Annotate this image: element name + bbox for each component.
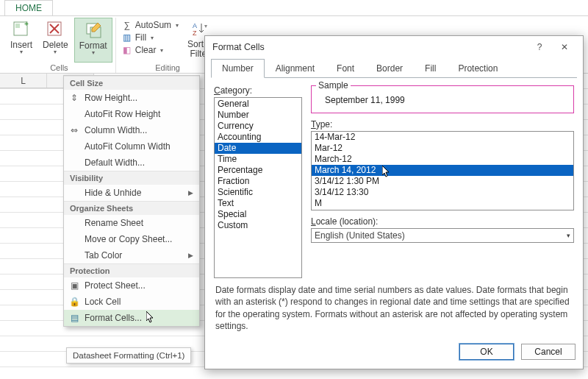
- list-item[interactable]: Special: [215, 209, 301, 220]
- format-button[interactable]: Format ▾: [74, 18, 112, 63]
- insert-cells-icon: +: [11, 19, 32, 40]
- eraser-icon: ◧: [122, 45, 132, 55]
- list-item[interactable]: Currency: [215, 121, 301, 132]
- locale-select[interactable]: English (United States) ▾: [311, 228, 574, 243]
- sample-label: Sample: [316, 80, 351, 91]
- format-cells-icon: ▤: [68, 313, 80, 323]
- list-item[interactable]: Mar-12: [312, 143, 573, 154]
- list-item[interactable]: Text: [215, 198, 301, 209]
- menu-default-width[interactable]: Default Width...: [64, 155, 199, 171]
- close-button[interactable]: ✕: [552, 38, 577, 56]
- menu-lock-cell[interactable]: 🔒 Lock Cell: [64, 294, 199, 310]
- clear-button[interactable]: ◧ Clear ▾: [119, 44, 182, 56]
- tab-home[interactable]: HOME: [4, 0, 53, 15]
- type-label: Type:: [311, 119, 574, 130]
- list-item[interactable]: 14-Mar-12: [312, 132, 573, 143]
- fill-button[interactable]: ▥ Fill ▾: [119, 32, 182, 43]
- chevron-down-icon: ▾: [20, 50, 23, 54]
- sample-value: September 11, 1999: [319, 91, 566, 105]
- list-item[interactable]: General: [215, 99, 301, 110]
- type-list[interactable]: 14-Mar-12 Mar-12 March-12 March 14, 2012…: [311, 131, 574, 210]
- chevron-down-icon: ▾: [92, 51, 95, 55]
- format-cells-dialog: Format Cells ? ✕ Number Alignment Font B…: [204, 35, 584, 369]
- menu-autofit-row[interactable]: AutoFit Row Height: [64, 106, 199, 122]
- format-dropdown-menu: Cell Size ⇕ Row Height... AutoFit Row He…: [63, 75, 200, 327]
- ribbon-tab-strip: HOME: [0, 0, 588, 16]
- menu-format-cells[interactable]: ▤ Format Cells...: [64, 310, 199, 326]
- category-list[interactable]: General Number Currency Accounting Date …: [214, 97, 302, 278]
- menu-rename-sheet[interactable]: Rename Sheet: [64, 215, 199, 231]
- tooltip: Datasheet Formatting (Ctrl+1): [66, 347, 191, 364]
- list-item[interactable]: 3/14/12 13:30: [312, 187, 573, 198]
- close-icon: ✕: [561, 42, 568, 52]
- fill-label: Fill: [135, 32, 146, 43]
- dialog-button-row: OK Cancel: [205, 336, 583, 369]
- submenu-arrow-icon: ▶: [188, 189, 193, 196]
- svg-text:Z: Z: [193, 29, 197, 37]
- locale-label: Locale (location):: [311, 216, 574, 227]
- menu-move-copy-sheet[interactable]: Move or Copy Sheet...: [64, 231, 199, 247]
- column-header[interactable]: L: [0, 74, 47, 88]
- category-label: Category:: [214, 85, 302, 96]
- tab-fill[interactable]: Fill: [414, 59, 447, 78]
- dialog-titlebar[interactable]: Format Cells ? ✕: [205, 36, 583, 58]
- menu-protect-sheet[interactable]: ▣ Protect Sheet...: [64, 277, 199, 294]
- delete-button[interactable]: Delete ▾: [38, 18, 73, 63]
- autosum-label: AutoSum: [135, 20, 171, 30]
- help-icon: ?: [537, 42, 542, 52]
- menu-autofit-col[interactable]: AutoFit Column Width: [64, 138, 199, 155]
- group-label-editing: Editing: [119, 63, 217, 73]
- dialog-tabs: Number Alignment Font Border Fill Protec…: [205, 58, 583, 77]
- insert-button[interactable]: + Insert ▾: [6, 18, 37, 63]
- list-item[interactable]: Number: [215, 110, 301, 121]
- chevron-down-icon: ▾: [54, 50, 57, 54]
- group-cells: + Insert ▾ Delete ▾ Format ▾ Cells: [3, 18, 116, 73]
- menu-section-protection: Protection: [64, 263, 199, 277]
- list-item-selected[interactable]: March 14, 2012: [312, 165, 573, 176]
- ok-button[interactable]: OK: [459, 344, 514, 360]
- menu-column-width[interactable]: ⇔ Column Width...: [64, 122, 199, 138]
- chevron-down-icon: ▾: [567, 232, 570, 239]
- list-item[interactable]: 3/14/12 1:30 PM: [312, 176, 573, 187]
- fill-down-icon: ▥: [122, 32, 132, 43]
- menu-hide-unhide[interactable]: Hide & Unhide ▶: [64, 185, 199, 201]
- sigma-icon: ∑: [122, 20, 132, 30]
- chevron-down-icon: ▾: [151, 35, 154, 41]
- svg-text:+: +: [24, 21, 29, 28]
- list-item[interactable]: Custom: [215, 220, 301, 231]
- chevron-down-icon: ▾: [176, 22, 179, 29]
- autosum-button[interactable]: ∑ AutoSum ▾: [119, 19, 182, 31]
- list-item[interactable]: Time: [215, 154, 301, 165]
- list-item[interactable]: Fraction: [215, 176, 301, 187]
- list-item[interactable]: Percentage: [215, 165, 301, 176]
- list-item[interactable]: March-12: [312, 154, 573, 165]
- list-item[interactable]: M: [312, 198, 573, 209]
- format-description: Date formats display date and time seria…: [214, 278, 574, 332]
- tab-protection[interactable]: Protection: [447, 59, 509, 78]
- chevron-down-icon: ▾: [160, 47, 163, 54]
- menu-tab-color[interactable]: Tab Color ▶: [64, 247, 199, 263]
- svg-text:A: A: [193, 22, 197, 29]
- tab-font[interactable]: Font: [326, 59, 365, 78]
- dialog-title: Format Cells: [212, 42, 265, 52]
- help-button[interactable]: ?: [527, 38, 552, 56]
- delete-cells-icon: [45, 19, 65, 40]
- cancel-button[interactable]: Cancel: [521, 344, 576, 360]
- clear-label: Clear: [135, 45, 157, 55]
- row-height-icon: ⇕: [68, 93, 80, 103]
- col-width-icon: ⇔: [68, 125, 80, 135]
- list-item-selected[interactable]: Date: [215, 143, 301, 154]
- list-item[interactable]: Scientific: [215, 187, 301, 198]
- tab-border[interactable]: Border: [365, 59, 414, 78]
- menu-row-height[interactable]: ⇕ Row Height...: [64, 90, 199, 106]
- tab-alignment[interactable]: Alignment: [265, 59, 326, 78]
- tab-number[interactable]: Number: [211, 59, 265, 78]
- menu-section-organize: Organize Sheets: [64, 201, 199, 215]
- svg-rect-1: [15, 24, 20, 28]
- shield-icon: ▣: [68, 280, 80, 291]
- menu-section-visibility: Visibility: [64, 171, 199, 185]
- cursor-icon: [146, 311, 155, 325]
- lock-icon: 🔒: [68, 297, 80, 307]
- list-item[interactable]: Accounting: [215, 132, 301, 143]
- sample-box: Sample September 11, 1999: [311, 85, 574, 113]
